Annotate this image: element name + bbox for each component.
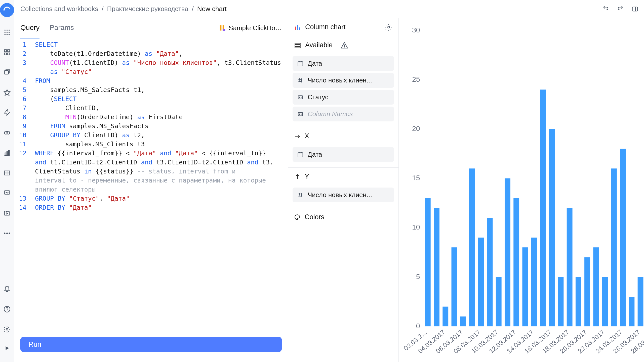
svg-rect-35	[220, 25, 221, 31]
svg-rect-45	[295, 47, 300, 48]
svg-rect-97	[620, 149, 626, 326]
svg-point-31	[6, 329, 8, 330]
svg-rect-12	[8, 53, 10, 55]
field-date[interactable]: Дата	[293, 56, 394, 71]
svg-rect-81	[478, 238, 484, 326]
play-icon[interactable]	[2, 344, 12, 354]
svg-point-8	[9, 34, 10, 35]
chart-type-label[interactable]: Column chart	[305, 23, 346, 31]
x-field-date[interactable]: Дата	[293, 147, 394, 162]
column-chart: 05101520253002.03.2…04.03.201706.03.2017…	[404, 23, 644, 356]
stack-icon	[294, 42, 301, 49]
arrow-right-icon	[294, 133, 301, 140]
breadcrumb-current: New chart	[197, 5, 227, 13]
field-count[interactable]: Число новых клиен…	[293, 73, 394, 88]
field-status[interactable]: Статус	[293, 90, 394, 105]
svg-rect-79	[460, 316, 466, 326]
section-available: Available	[305, 41, 333, 49]
svg-point-5	[9, 32, 10, 33]
result-table: Дата▲ Число новых клиентов▲ Статус▲ 2017…	[399, 359, 644, 362]
svg-marker-32	[6, 346, 9, 350]
svg-rect-33	[632, 7, 638, 11]
svg-rect-40	[297, 25, 298, 30]
svg-rect-13	[5, 71, 9, 74]
link-icon[interactable]	[2, 128, 12, 138]
tab-query[interactable]: Query	[20, 18, 39, 38]
svg-point-47	[344, 47, 345, 47]
svg-rect-57	[298, 112, 302, 116]
svg-rect-11	[5, 53, 7, 55]
field-colnames[interactable]: Column Names	[293, 107, 394, 121]
svg-rect-90	[558, 277, 564, 326]
svg-rect-82	[487, 218, 493, 326]
svg-rect-85	[513, 198, 519, 326]
svg-point-0	[5, 30, 6, 31]
app-logo[interactable]	[0, 3, 14, 17]
svg-rect-77	[442, 307, 448, 326]
svg-rect-92	[576, 277, 581, 326]
breadcrumb: Collections and workbooks / Практические…	[20, 5, 596, 13]
svg-text:30: 30	[412, 26, 420, 34]
arrow-up-icon	[294, 173, 301, 180]
svg-point-2	[9, 30, 10, 31]
svg-point-1	[7, 30, 8, 31]
config-pane: Column chart Available Дата Число новых …	[288, 18, 399, 362]
editor-pane: Query Params Sample ClickHo… 1SELECT2 to…	[14, 18, 288, 362]
svg-rect-84	[505, 178, 510, 327]
svg-rect-83	[496, 277, 502, 326]
run-button[interactable]: Run	[20, 337, 282, 352]
svg-point-42	[388, 26, 390, 28]
svg-rect-36	[222, 25, 223, 31]
monitor-icon[interactable]	[2, 188, 12, 198]
folder-icon[interactable]	[2, 208, 12, 218]
breadcrumb-mid[interactable]: Практические руководства	[107, 5, 188, 13]
svg-rect-43	[295, 43, 300, 44]
svg-text:0: 0	[416, 322, 420, 330]
svg-text:5: 5	[416, 273, 420, 281]
tab-params[interactable]: Params	[50, 18, 74, 38]
chart-settings-icon[interactable]	[385, 23, 392, 31]
svg-rect-10	[8, 50, 10, 52]
dashboard-icon[interactable]	[2, 47, 12, 57]
svg-rect-98	[629, 297, 634, 326]
more-icon[interactable]	[2, 228, 12, 238]
chart-icon[interactable]	[2, 148, 12, 158]
svg-rect-19	[7, 152, 8, 155]
svg-rect-75	[425, 198, 431, 326]
bolt-icon[interactable]	[2, 108, 12, 118]
warning-icon[interactable]	[341, 41, 348, 49]
y-field-count[interactable]: Число новых клиен…	[293, 188, 394, 202]
layout-icon[interactable]	[629, 4, 640, 15]
sql-editor[interactable]: 1SELECT2 toDate(t1.OrderDatetime) as "Да…	[14, 38, 288, 332]
collections-icon[interactable]	[2, 67, 12, 77]
svg-rect-99	[638, 277, 643, 326]
svg-rect-39	[295, 26, 296, 30]
svg-text:10: 10	[412, 223, 420, 231]
svg-rect-91	[567, 208, 573, 326]
svg-rect-59	[298, 153, 303, 157]
svg-rect-20	[9, 151, 10, 155]
svg-point-6	[5, 34, 6, 35]
svg-line-67	[301, 193, 302, 197]
help-icon[interactable]	[2, 304, 12, 314]
redo-icon[interactable]	[615, 4, 626, 15]
star-icon[interactable]	[2, 87, 12, 98]
undo-icon[interactable]	[600, 4, 611, 15]
table-icon[interactable]	[2, 168, 12, 178]
svg-line-66	[299, 193, 300, 197]
svg-point-27	[6, 233, 8, 234]
svg-rect-86	[522, 247, 528, 326]
sidebar	[0, 0, 14, 362]
breadcrumb-root[interactable]: Collections and workbooks	[20, 5, 98, 13]
svg-rect-76	[434, 208, 439, 326]
paint-icon	[294, 214, 301, 220]
svg-marker-25	[7, 213, 8, 214]
apps-icon[interactable]	[2, 27, 12, 37]
svg-rect-93	[584, 257, 590, 326]
svg-point-30	[7, 311, 7, 311]
svg-point-7	[7, 34, 8, 35]
svg-text:25: 25	[412, 75, 420, 83]
bell-icon[interactable]	[2, 284, 12, 294]
settings-icon[interactable]	[2, 324, 12, 334]
datasource-selector[interactable]: Sample ClickHo…	[219, 24, 282, 32]
